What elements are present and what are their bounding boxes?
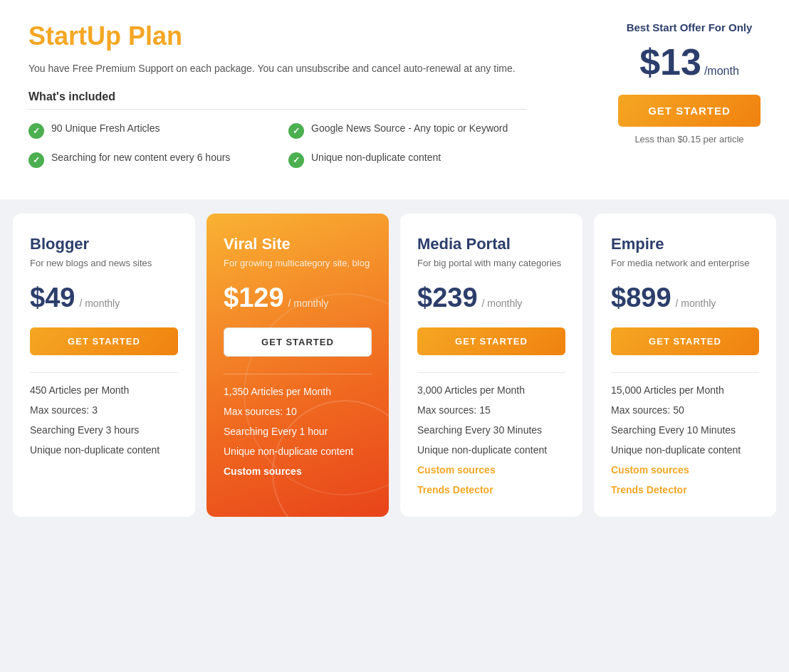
plan-divider — [611, 372, 759, 373]
feature-item: Searching for new content every 6 hours — [28, 149, 267, 171]
price-main: $13 — [639, 41, 701, 83]
plan-feature-item: Searching Every 3 hours — [30, 424, 178, 436]
plan-price-media-portal: $239 / monthly — [417, 283, 565, 313]
check-icon — [288, 152, 304, 168]
price-display: $13 /month — [618, 41, 761, 83]
plan-feature-item: Unique non-duplicate content — [417, 444, 565, 456]
plan-card-blogger: Blogger For new blogs and news sites $49… — [13, 214, 195, 517]
get-started-button-media-portal[interactable]: GET STARTED — [417, 327, 565, 355]
plan-feature-item: 1,350 Articles per Month — [224, 386, 372, 397]
plan-price-viral-site: $129 / monthly — [224, 283, 372, 313]
feature-item: Google News Source - Any topic or Keywor… — [288, 120, 527, 142]
startup-plan-title: StartUp Plan — [28, 21, 527, 51]
plan-price-amount: $239 — [417, 283, 478, 313]
plan-price-amount: $899 — [611, 283, 672, 313]
plan-feature-item: Searching Every 1 hour — [224, 426, 372, 437]
top-left-content: StartUp Plan You have Free Premium Suppo… — [28, 21, 527, 171]
get-started-button-viral-site[interactable]: GET STARTED — [224, 327, 372, 357]
check-icon — [28, 152, 44, 168]
plan-feature-item: Custom sources — [417, 464, 565, 476]
plan-price-period: / monthly — [482, 298, 523, 309]
price-note: Less than $0.15 per article — [618, 134, 761, 145]
plan-price-empire: $899 / monthly — [611, 283, 759, 313]
plan-feature-item: Unique non-duplicate content — [224, 446, 372, 457]
plan-feature-list-media-portal: 3,000 Articles per MonthMax sources: 15S… — [417, 384, 565, 495]
whats-included-heading: What's included — [28, 90, 527, 110]
plan-card-viral-site: Viral Site For growing multicategory sit… — [207, 214, 389, 517]
plan-price-period: / monthly — [79, 298, 120, 309]
plan-name-viral-site: Viral Site — [224, 235, 372, 253]
plan-price-period: / monthly — [676, 298, 716, 309]
plan-description-viral-site: For growing multicategory site, blog — [224, 258, 372, 268]
plan-feature-item: 450 Articles per Month — [30, 384, 178, 396]
plan-price-amount: $129 — [224, 283, 284, 313]
plan-name-empire: Empire — [611, 235, 759, 253]
get-started-button-empire[interactable]: GET STARTED — [611, 327, 759, 355]
plan-feature-item: Max sources: 10 — [224, 406, 372, 417]
check-icon — [28, 123, 44, 139]
plan-feature-item: Trends Detector — [611, 484, 759, 495]
plan-feature-list-viral-site: 1,350 Articles per MonthMax sources: 10S… — [224, 386, 372, 477]
plan-feature-item: Max sources: 3 — [30, 404, 178, 416]
top-get-started-button[interactable]: GET STARTED — [618, 95, 761, 127]
plan-feature-item: Custom sources — [224, 466, 372, 477]
plan-price-period: / monthly — [288, 298, 329, 309]
top-section: StartUp Plan You have Free Premium Suppo… — [0, 0, 789, 199]
plan-price-amount: $49 — [30, 283, 75, 313]
feature-item: Unique non-duplicate content — [288, 149, 527, 171]
plan-card-empire: Empire For media network and enterprise … — [594, 214, 776, 517]
get-started-button-blogger[interactable]: GET STARTED — [30, 327, 178, 355]
plan-divider — [224, 374, 372, 374]
plan-feature-item: 3,000 Articles per Month — [417, 384, 565, 396]
plan-divider — [417, 372, 565, 373]
plan-name-media-portal: Media Portal — [417, 235, 565, 253]
plan-feature-item: Max sources: 15 — [417, 404, 565, 416]
features-grid: 90 Unique Fresh ArticlesGoogle News Sour… — [28, 120, 527, 171]
plan-feature-item: Unique non-duplicate content — [30, 444, 178, 456]
plan-feature-list-blogger: 450 Articles per MonthMax sources: 3Sear… — [30, 384, 178, 456]
plan-price-blogger: $49 / monthly — [30, 283, 178, 313]
plan-feature-item: Trends Detector — [417, 484, 565, 495]
plan-feature-item: Searching Every 10 Minutes — [611, 424, 759, 436]
plan-description-media-portal: For big portal with many categories — [417, 258, 565, 268]
plan-feature-item: 15,000 Articles per Month — [611, 384, 759, 396]
plan-feature-item: Searching Every 30 Minutes — [417, 424, 565, 436]
plans-section: Blogger For new blogs and news sites $49… — [0, 214, 789, 531]
plan-description-blogger: For new blogs and news sites — [30, 258, 178, 268]
check-icon — [288, 123, 304, 139]
plan-name-blogger: Blogger — [30, 235, 178, 253]
price-period: /month — [704, 65, 739, 78]
plan-feature-item: Unique non-duplicate content — [611, 444, 759, 456]
plan-description-empire: For media network and enterprise — [611, 258, 759, 268]
plan-subtitle: You have Free Premium Support on each pa… — [28, 61, 527, 76]
plan-feature-item: Max sources: 50 — [611, 404, 759, 416]
plan-feature-item: Custom sources — [611, 464, 759, 476]
plan-card-media-portal: Media Portal For big portal with many ca… — [400, 214, 582, 517]
plan-feature-list-empire: 15,000 Articles per MonthMax sources: 50… — [611, 384, 759, 495]
feature-item: 90 Unique Fresh Articles — [28, 120, 267, 142]
offer-box: Best Start Offer For Only $13 /month GET… — [597, 21, 761, 145]
plan-divider — [30, 372, 178, 373]
offer-label: Best Start Offer For Only — [618, 21, 761, 33]
